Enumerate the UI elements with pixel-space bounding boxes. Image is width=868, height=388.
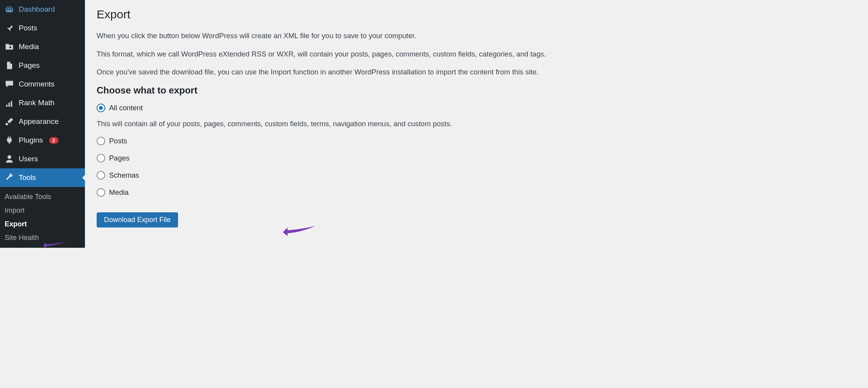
- choose-heading: Choose what to export: [97, 85, 856, 96]
- tools-submenu: Available Tools Import Export Site Healt…: [0, 187, 85, 248]
- sidebar-item-label: Dashboard: [19, 5, 55, 14]
- sidebar-item-pages[interactable]: Pages: [0, 56, 85, 75]
- sidebar-item-label: Users: [19, 155, 38, 163]
- wrench-icon: [5, 173, 14, 182]
- radio-input[interactable]: [97, 188, 105, 197]
- radio-label: Pages: [109, 154, 129, 162]
- submenu-available-tools[interactable]: Available Tools: [0, 190, 85, 204]
- sidebar-item-rank-math[interactable]: Rank Math: [0, 93, 85, 112]
- sidebar-item-label: Media: [19, 42, 39, 51]
- intro-paragraph-3: Once you've saved the download file, you…: [97, 67, 856, 78]
- sidebar-item-posts[interactable]: Posts: [0, 19, 85, 37]
- sidebar-item-tools[interactable]: Tools: [0, 168, 85, 187]
- sidebar-item-label: Tools: [19, 173, 36, 182]
- user-icon: [5, 154, 14, 164]
- sidebar-item-plugins[interactable]: Plugins 2: [0, 131, 85, 150]
- sidebar-item-label: Appearance: [19, 117, 58, 126]
- sidebar-item-label: Comments: [19, 80, 55, 88]
- export-option-posts[interactable]: Posts: [97, 137, 856, 145]
- radio-label: Schemas: [109, 171, 139, 180]
- plug-icon: [5, 136, 14, 145]
- submenu-import[interactable]: Import: [0, 204, 85, 217]
- radio-input[interactable]: [97, 154, 105, 162]
- annotation-arrow-button: [280, 224, 319, 239]
- export-option-schemas[interactable]: Schemas: [97, 171, 856, 180]
- submenu-export[interactable]: Export: [0, 217, 85, 231]
- sidebar-item-appearance[interactable]: Appearance: [0, 112, 85, 131]
- admin-sidebar: Dashboard Posts Media Pages Comments Ran…: [0, 0, 85, 248]
- export-option-media[interactable]: Media: [97, 188, 856, 197]
- chart-icon: [5, 98, 14, 108]
- radio-label: All content: [109, 104, 143, 112]
- pin-icon: [5, 23, 14, 33]
- sidebar-item-dashboard[interactable]: Dashboard: [0, 0, 85, 19]
- main-content: Export When you click the button below W…: [85, 0, 868, 388]
- download-export-button[interactable]: Download Export File: [97, 212, 178, 228]
- radio-input[interactable]: [97, 171, 105, 180]
- sidebar-item-comments[interactable]: Comments: [0, 75, 85, 93]
- brush-icon: [5, 117, 14, 126]
- sidebar-item-media[interactable]: Media: [0, 37, 85, 56]
- radio-input[interactable]: [97, 137, 105, 145]
- plugin-update-badge: 2: [49, 137, 58, 144]
- pages-icon: [5, 61, 14, 70]
- intro-paragraph-2: This format, which we call WordPress eXt…: [97, 49, 856, 60]
- radio-label: Media: [109, 188, 129, 197]
- radio-label: Posts: [109, 137, 127, 145]
- page-title: Export: [97, 8, 856, 21]
- comment-icon: [5, 79, 14, 89]
- submenu-site-health[interactable]: Site Health: [0, 231, 85, 245]
- sidebar-item-label: Rank Math: [19, 99, 55, 107]
- export-option-pages[interactable]: Pages: [97, 154, 856, 162]
- radio-input[interactable]: [97, 104, 105, 112]
- media-icon: [5, 42, 14, 51]
- sidebar-item-label: Plugins: [19, 136, 43, 145]
- all-content-description: This will contain all of your posts, pag…: [97, 118, 856, 130]
- sidebar-item-users[interactable]: Users: [0, 150, 85, 168]
- sidebar-item-label: Posts: [19, 24, 37, 32]
- dashboard-icon: [5, 5, 14, 14]
- intro-paragraph-1: When you click the button below WordPres…: [97, 30, 856, 42]
- export-option-all[interactable]: All content: [97, 104, 856, 112]
- sidebar-item-label: Pages: [19, 61, 40, 70]
